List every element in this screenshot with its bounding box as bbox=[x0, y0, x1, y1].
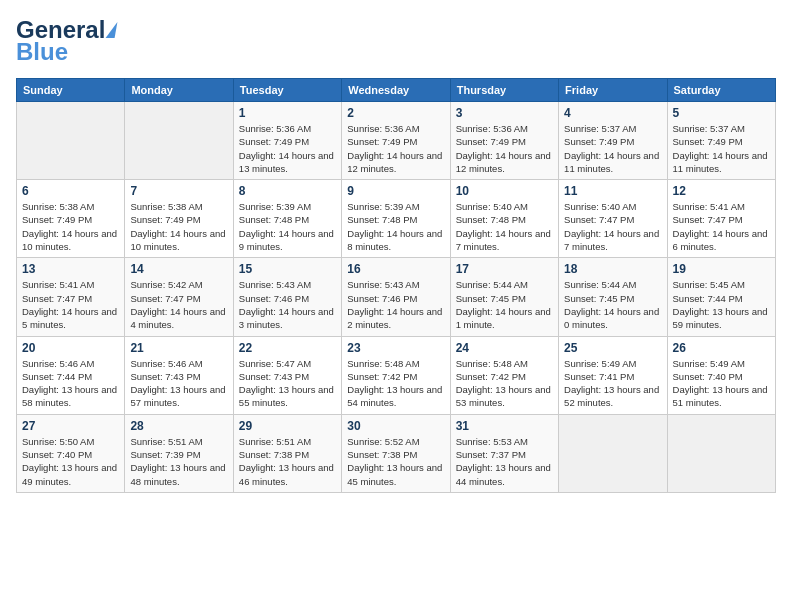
page-header: General Blue bbox=[16, 16, 776, 66]
calendar-cell: 16Sunrise: 5:43 AM Sunset: 7:46 PM Dayli… bbox=[342, 258, 450, 336]
day-info: Sunrise: 5:36 AM Sunset: 7:49 PM Dayligh… bbox=[239, 122, 336, 175]
day-info: Sunrise: 5:52 AM Sunset: 7:38 PM Dayligh… bbox=[347, 435, 444, 488]
calendar-cell: 19Sunrise: 5:45 AM Sunset: 7:44 PM Dayli… bbox=[667, 258, 775, 336]
day-info: Sunrise: 5:44 AM Sunset: 7:45 PM Dayligh… bbox=[456, 278, 553, 331]
day-number: 28 bbox=[130, 419, 227, 433]
day-info: Sunrise: 5:37 AM Sunset: 7:49 PM Dayligh… bbox=[564, 122, 661, 175]
weekday-header-thursday: Thursday bbox=[450, 79, 558, 102]
calendar-cell: 17Sunrise: 5:44 AM Sunset: 7:45 PM Dayli… bbox=[450, 258, 558, 336]
day-number: 7 bbox=[130, 184, 227, 198]
day-number: 5 bbox=[673, 106, 770, 120]
week-row-5: 27Sunrise: 5:50 AM Sunset: 7:40 PM Dayli… bbox=[17, 414, 776, 492]
day-info: Sunrise: 5:53 AM Sunset: 7:37 PM Dayligh… bbox=[456, 435, 553, 488]
day-number: 17 bbox=[456, 262, 553, 276]
day-number: 29 bbox=[239, 419, 336, 433]
day-info: Sunrise: 5:45 AM Sunset: 7:44 PM Dayligh… bbox=[673, 278, 770, 331]
week-row-4: 20Sunrise: 5:46 AM Sunset: 7:44 PM Dayli… bbox=[17, 336, 776, 414]
day-number: 21 bbox=[130, 341, 227, 355]
calendar-cell: 24Sunrise: 5:48 AM Sunset: 7:42 PM Dayli… bbox=[450, 336, 558, 414]
weekday-header-saturday: Saturday bbox=[667, 79, 775, 102]
day-number: 13 bbox=[22, 262, 119, 276]
calendar-cell: 30Sunrise: 5:52 AM Sunset: 7:38 PM Dayli… bbox=[342, 414, 450, 492]
day-number: 9 bbox=[347, 184, 444, 198]
day-info: Sunrise: 5:49 AM Sunset: 7:41 PM Dayligh… bbox=[564, 357, 661, 410]
day-info: Sunrise: 5:39 AM Sunset: 7:48 PM Dayligh… bbox=[239, 200, 336, 253]
day-info: Sunrise: 5:46 AM Sunset: 7:43 PM Dayligh… bbox=[130, 357, 227, 410]
calendar-cell: 21Sunrise: 5:46 AM Sunset: 7:43 PM Dayli… bbox=[125, 336, 233, 414]
day-number: 25 bbox=[564, 341, 661, 355]
day-number: 14 bbox=[130, 262, 227, 276]
calendar-cell: 28Sunrise: 5:51 AM Sunset: 7:39 PM Dayli… bbox=[125, 414, 233, 492]
day-info: Sunrise: 5:48 AM Sunset: 7:42 PM Dayligh… bbox=[347, 357, 444, 410]
calendar-cell: 23Sunrise: 5:48 AM Sunset: 7:42 PM Dayli… bbox=[342, 336, 450, 414]
calendar-cell: 20Sunrise: 5:46 AM Sunset: 7:44 PM Dayli… bbox=[17, 336, 125, 414]
day-number: 22 bbox=[239, 341, 336, 355]
day-number: 4 bbox=[564, 106, 661, 120]
day-info: Sunrise: 5:41 AM Sunset: 7:47 PM Dayligh… bbox=[673, 200, 770, 253]
day-number: 15 bbox=[239, 262, 336, 276]
calendar-cell: 31Sunrise: 5:53 AM Sunset: 7:37 PM Dayli… bbox=[450, 414, 558, 492]
logo: General Blue bbox=[16, 16, 117, 66]
weekday-header-friday: Friday bbox=[559, 79, 667, 102]
calendar-cell: 4Sunrise: 5:37 AM Sunset: 7:49 PM Daylig… bbox=[559, 102, 667, 180]
day-number: 2 bbox=[347, 106, 444, 120]
calendar-cell: 27Sunrise: 5:50 AM Sunset: 7:40 PM Dayli… bbox=[17, 414, 125, 492]
day-info: Sunrise: 5:50 AM Sunset: 7:40 PM Dayligh… bbox=[22, 435, 119, 488]
logo-triangle-icon bbox=[106, 22, 118, 38]
day-info: Sunrise: 5:36 AM Sunset: 7:49 PM Dayligh… bbox=[456, 122, 553, 175]
day-number: 8 bbox=[239, 184, 336, 198]
calendar-cell: 2Sunrise: 5:36 AM Sunset: 7:49 PM Daylig… bbox=[342, 102, 450, 180]
weekday-header-sunday: Sunday bbox=[17, 79, 125, 102]
day-number: 23 bbox=[347, 341, 444, 355]
calendar-cell: 14Sunrise: 5:42 AM Sunset: 7:47 PM Dayli… bbox=[125, 258, 233, 336]
calendar-cell: 12Sunrise: 5:41 AM Sunset: 7:47 PM Dayli… bbox=[667, 180, 775, 258]
calendar-cell: 8Sunrise: 5:39 AM Sunset: 7:48 PM Daylig… bbox=[233, 180, 341, 258]
day-number: 30 bbox=[347, 419, 444, 433]
weekday-header-wednesday: Wednesday bbox=[342, 79, 450, 102]
day-info: Sunrise: 5:47 AM Sunset: 7:43 PM Dayligh… bbox=[239, 357, 336, 410]
day-number: 24 bbox=[456, 341, 553, 355]
calendar-cell: 25Sunrise: 5:49 AM Sunset: 7:41 PM Dayli… bbox=[559, 336, 667, 414]
calendar-cell: 29Sunrise: 5:51 AM Sunset: 7:38 PM Dayli… bbox=[233, 414, 341, 492]
calendar-cell: 1Sunrise: 5:36 AM Sunset: 7:49 PM Daylig… bbox=[233, 102, 341, 180]
calendar-cell: 11Sunrise: 5:40 AM Sunset: 7:47 PM Dayli… bbox=[559, 180, 667, 258]
calendar-cell: 6Sunrise: 5:38 AM Sunset: 7:49 PM Daylig… bbox=[17, 180, 125, 258]
calendar-cell: 15Sunrise: 5:43 AM Sunset: 7:46 PM Dayli… bbox=[233, 258, 341, 336]
day-info: Sunrise: 5:36 AM Sunset: 7:49 PM Dayligh… bbox=[347, 122, 444, 175]
day-number: 31 bbox=[456, 419, 553, 433]
day-number: 1 bbox=[239, 106, 336, 120]
day-number: 19 bbox=[673, 262, 770, 276]
weekday-header-row: SundayMondayTuesdayWednesdayThursdayFrid… bbox=[17, 79, 776, 102]
day-info: Sunrise: 5:39 AM Sunset: 7:48 PM Dayligh… bbox=[347, 200, 444, 253]
day-number: 26 bbox=[673, 341, 770, 355]
logo-blue: Blue bbox=[16, 38, 68, 66]
week-row-3: 13Sunrise: 5:41 AM Sunset: 7:47 PM Dayli… bbox=[17, 258, 776, 336]
weekday-header-tuesday: Tuesday bbox=[233, 79, 341, 102]
day-info: Sunrise: 5:51 AM Sunset: 7:39 PM Dayligh… bbox=[130, 435, 227, 488]
calendar-cell bbox=[125, 102, 233, 180]
week-row-2: 6Sunrise: 5:38 AM Sunset: 7:49 PM Daylig… bbox=[17, 180, 776, 258]
day-number: 18 bbox=[564, 262, 661, 276]
day-number: 27 bbox=[22, 419, 119, 433]
day-number: 20 bbox=[22, 341, 119, 355]
day-number: 6 bbox=[22, 184, 119, 198]
calendar-cell: 5Sunrise: 5:37 AM Sunset: 7:49 PM Daylig… bbox=[667, 102, 775, 180]
day-info: Sunrise: 5:48 AM Sunset: 7:42 PM Dayligh… bbox=[456, 357, 553, 410]
day-info: Sunrise: 5:41 AM Sunset: 7:47 PM Dayligh… bbox=[22, 278, 119, 331]
day-info: Sunrise: 5:40 AM Sunset: 7:47 PM Dayligh… bbox=[564, 200, 661, 253]
day-info: Sunrise: 5:38 AM Sunset: 7:49 PM Dayligh… bbox=[130, 200, 227, 253]
day-info: Sunrise: 5:51 AM Sunset: 7:38 PM Dayligh… bbox=[239, 435, 336, 488]
calendar-table: SundayMondayTuesdayWednesdayThursdayFrid… bbox=[16, 78, 776, 493]
calendar-cell: 9Sunrise: 5:39 AM Sunset: 7:48 PM Daylig… bbox=[342, 180, 450, 258]
day-number: 16 bbox=[347, 262, 444, 276]
day-info: Sunrise: 5:44 AM Sunset: 7:45 PM Dayligh… bbox=[564, 278, 661, 331]
calendar-cell: 7Sunrise: 5:38 AM Sunset: 7:49 PM Daylig… bbox=[125, 180, 233, 258]
day-info: Sunrise: 5:49 AM Sunset: 7:40 PM Dayligh… bbox=[673, 357, 770, 410]
day-info: Sunrise: 5:42 AM Sunset: 7:47 PM Dayligh… bbox=[130, 278, 227, 331]
calendar-cell bbox=[559, 414, 667, 492]
day-info: Sunrise: 5:40 AM Sunset: 7:48 PM Dayligh… bbox=[456, 200, 553, 253]
calendar-cell: 18Sunrise: 5:44 AM Sunset: 7:45 PM Dayli… bbox=[559, 258, 667, 336]
day-number: 11 bbox=[564, 184, 661, 198]
week-row-1: 1Sunrise: 5:36 AM Sunset: 7:49 PM Daylig… bbox=[17, 102, 776, 180]
calendar-cell: 26Sunrise: 5:49 AM Sunset: 7:40 PM Dayli… bbox=[667, 336, 775, 414]
